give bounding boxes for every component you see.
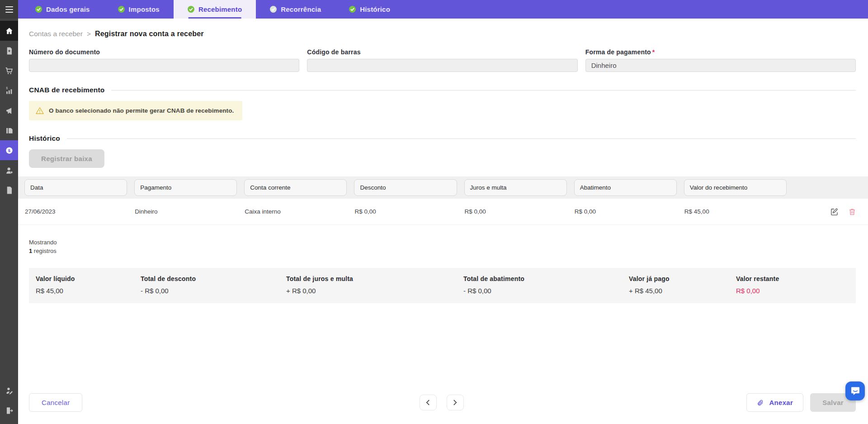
historico-section-title: Histórico (29, 134, 60, 143)
summary-label: Total de desconto (141, 275, 282, 282)
top-tab-bar: Dados gerais Impostos Recebimento Recorr… (0, 0, 868, 19)
column-header-pagamento[interactable]: Pagamento (134, 179, 237, 196)
user-edit-icon (5, 386, 14, 395)
totals-summary-bar: Valor líquido R$ 45,00 Total de desconto… (29, 268, 856, 303)
chevron-right-icon (453, 400, 457, 405)
breadcrumb-parent-link[interactable]: Contas a receber (29, 30, 83, 38)
cnab-section-title: CNAB de recebimento (29, 86, 104, 94)
file-plus-icon (5, 47, 14, 55)
svg-text:$: $ (8, 148, 10, 152)
codigo-barras-label: Código de barras (307, 48, 577, 56)
attach-button[interactable]: Anexar (746, 393, 803, 412)
wizard-tabs: Dados gerais Impostos Recebimento Recorr… (21, 0, 404, 19)
pagination (420, 395, 464, 410)
cell-abatimento: R$ 0,00 (574, 208, 677, 215)
tab-recorrencia[interactable]: Recorrência (256, 0, 335, 19)
cnab-warning-banner: O banco selecionado não permite gerar CN… (29, 101, 242, 120)
sidebar-item-user-settings[interactable] (0, 160, 18, 180)
results-count: Mostrando 1 registros (29, 238, 856, 256)
check-circle-icon (188, 6, 194, 13)
column-header-desconto[interactable]: Desconto (354, 179, 457, 196)
cart-icon (5, 67, 14, 75)
edit-pencil-icon (830, 208, 839, 216)
sales-chart-icon: $ (5, 86, 14, 95)
summary-total-juros-multa: Total de juros e multa + R$ 0,00 (286, 275, 463, 295)
forma-pagamento-input[interactable] (585, 59, 856, 72)
sidebar-item-sales[interactable]: $ (0, 81, 18, 100)
table-header-row: Data Pagamento Conta corrente Desconto J… (18, 176, 868, 199)
divider (111, 90, 856, 91)
sidebar-spacer (0, 200, 18, 381)
summary-label: Valor líquido (36, 275, 136, 282)
check-circle-icon (118, 6, 125, 13)
summary-value: - R$ 0,00 (141, 287, 282, 295)
tab-recebimento[interactable]: Recebimento (174, 0, 256, 19)
column-header-abatimento[interactable]: Abatimento (574, 179, 677, 196)
summary-label: Valor já pago (629, 275, 731, 282)
sidebar-item-home[interactable] (0, 21, 18, 41)
check-circle-icon (35, 6, 42, 13)
sidebar-item-purchases[interactable] (0, 61, 18, 81)
delete-row-button[interactable] (848, 208, 856, 216)
codigo-barras-input[interactable] (307, 59, 577, 72)
next-page-button[interactable] (447, 395, 464, 410)
column-header-valor-recebimento[interactable]: Valor do recebimento (684, 179, 787, 196)
summary-value: R$ 45,00 (36, 287, 136, 295)
hamburger-menu-button[interactable] (0, 0, 18, 19)
summary-label: Total de juros e multa (286, 275, 459, 282)
summary-value-restante: R$ 0,00 (736, 287, 847, 295)
numero-documento-label: Número do documento (29, 48, 299, 56)
cancel-button[interactable]: Cancelar (29, 393, 82, 412)
check-circle-icon (349, 6, 356, 13)
cell-desconto: R$ 0,00 (354, 208, 457, 215)
column-header-conta-corrente[interactable]: Conta corrente (244, 179, 347, 196)
divider (67, 138, 856, 139)
showing-count: 1 (29, 248, 32, 254)
tab-historico[interactable]: Histórico (335, 0, 404, 19)
sidebar-item-reports[interactable] (0, 120, 18, 140)
summary-valor-restante: Valor restante R$ 0,00 (736, 275, 851, 295)
receipts-table: Data Pagamento Conta corrente Desconto J… (18, 176, 868, 225)
breadcrumb-separator: > (87, 30, 91, 38)
sidebar-item-financial[interactable]: $ (0, 140, 18, 160)
numero-documento-input[interactable] (29, 59, 299, 72)
tab-label: Impostos (129, 5, 160, 13)
cell-data: 27/06/2023 (24, 208, 127, 215)
field-forma-pagamento: Forma de pagamento* (585, 48, 856, 72)
home-icon (5, 27, 14, 35)
column-header-data[interactable]: Data (24, 179, 127, 196)
sidebar-item-documents[interactable] (0, 180, 18, 200)
tab-impostos[interactable]: Impostos (104, 0, 174, 19)
sidebar-item-marketing[interactable] (0, 100, 18, 120)
logout-icon (5, 406, 14, 415)
summary-label: Total de abatimento (463, 275, 624, 282)
summary-label: Valor restante (736, 275, 847, 282)
summary-value: + R$ 0,00 (286, 287, 459, 295)
paperclip-icon (757, 399, 764, 406)
trash-icon (848, 208, 856, 216)
previous-page-button[interactable] (420, 395, 437, 410)
sidebar-item-new-document[interactable] (0, 41, 18, 61)
sidebar-item-profile-edit[interactable] (0, 381, 18, 400)
chat-launcher-button[interactable] (845, 381, 865, 400)
check-circle-icon (270, 6, 277, 13)
summary-valor-ja-pago: Valor já pago + R$ 45,00 (629, 275, 736, 295)
column-header-juros-multa[interactable]: Juros e multa (464, 179, 567, 196)
row-actions (794, 208, 862, 216)
edit-row-button[interactable] (830, 208, 839, 216)
chevron-left-icon (426, 400, 430, 405)
left-nav-sidebar: $ $ (0, 19, 18, 424)
showing-label: Mostrando (29, 238, 856, 247)
main-content: Contas a receber > Registrar nova conta … (18, 19, 868, 424)
summary-total-abatimento: Total de abatimento - R$ 0,00 (463, 275, 629, 295)
file-icon (5, 186, 14, 195)
tab-dados-gerais[interactable]: Dados gerais (21, 0, 104, 19)
sidebar-item-logout[interactable] (0, 400, 18, 420)
showing-suffix: registros (34, 248, 57, 254)
footer-right-actions: Anexar Salvar (746, 393, 856, 412)
tab-label: Dados gerais (46, 5, 90, 13)
footer-action-bar: Cancelar Anexar Salvar (29, 393, 856, 412)
tab-label: Recorrência (281, 5, 321, 13)
registrar-baixa-button[interactable]: Registrar baixa (29, 149, 104, 168)
receivable-form: Número do documento Código de barras For… (29, 48, 856, 72)
